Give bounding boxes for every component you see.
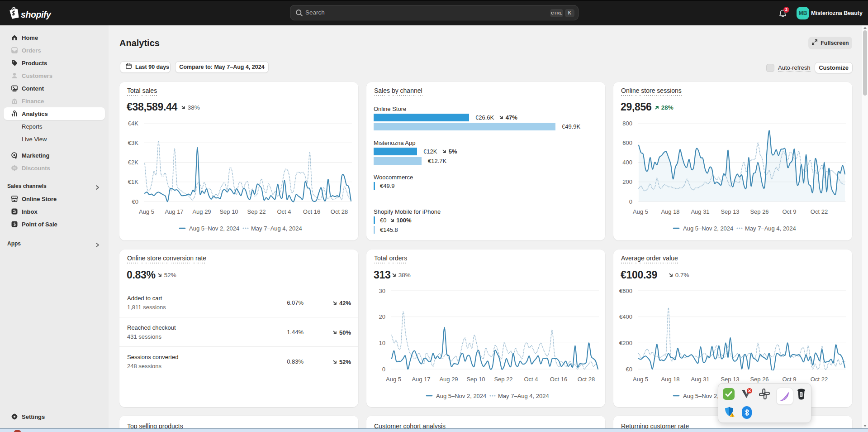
svg-text:€3K: €3K: [128, 139, 138, 146]
svg-text:Aug 29: Aug 29: [439, 376, 458, 383]
svg-text:€400: €400: [619, 313, 632, 320]
svg-text:Aug 31: Aug 31: [691, 376, 709, 383]
svg-text:Aug 18: Aug 18: [661, 208, 679, 215]
svg-text:Oct 9: Oct 9: [782, 376, 796, 383]
svg-text:Sep 26: Sep 26: [750, 208, 768, 215]
svg-text:Aug 17: Aug 17: [412, 376, 430, 383]
svg-text:Aug 5: Aug 5: [139, 208, 154, 215]
svg-text:Aug 17: Aug 17: [165, 208, 183, 215]
svg-text:400: 400: [622, 159, 632, 166]
svg-text:May 7–Aug 4, 2024: May 7–Aug 4, 2024: [745, 225, 796, 232]
svg-text:Oct 28: Oct 28: [578, 376, 595, 383]
svg-text:€200: €200: [619, 340, 632, 346]
svg-text:600: 600: [622, 139, 632, 146]
svg-text:Sep 26: Sep 26: [750, 376, 768, 383]
svg-text:€1K: €1K: [128, 178, 138, 185]
svg-text:Oct 16: Oct 16: [303, 208, 320, 215]
svg-text:30: 30: [379, 288, 385, 294]
svg-text:Oct 28: Oct 28: [331, 208, 348, 215]
svg-text:Oct 9: Oct 9: [782, 208, 796, 215]
svg-text:Aug 31: Aug 31: [691, 208, 709, 215]
svg-text:800: 800: [622, 120, 632, 127]
svg-text:€2K: €2K: [128, 159, 138, 166]
svg-text:10: 10: [379, 340, 385, 346]
svg-text:0: 0: [382, 366, 385, 373]
svg-text:Oct 22: Oct 22: [811, 208, 828, 215]
svg-text:Sep 13: Sep 13: [721, 376, 739, 383]
svg-text:€4K: €4K: [128, 120, 138, 127]
svg-text:20: 20: [379, 313, 385, 320]
svg-text:May 7–Aug 4, 2024: May 7–Aug 4, 2024: [251, 225, 302, 232]
svg-text:Sep 10: Sep 10: [219, 208, 238, 215]
svg-text:€0: €0: [626, 366, 632, 373]
svg-text:Aug 18: Aug 18: [661, 376, 679, 383]
svg-text:Aug 5: Aug 5: [633, 376, 648, 383]
svg-text:Sep 22: Sep 22: [494, 376, 512, 383]
svg-text:Aug 5: Aug 5: [633, 208, 648, 215]
svg-text:Aug 5–Nov 2, 2024: Aug 5–Nov 2, 2024: [189, 225, 239, 232]
svg-text:Aug 5: Aug 5: [386, 376, 401, 383]
svg-text:Aug 29: Aug 29: [192, 208, 211, 215]
svg-text:€600: €600: [619, 288, 632, 294]
svg-text:May 7–Aug 4, 2024: May 7–Aug 4, 2024: [498, 393, 549, 399]
svg-text:0: 0: [629, 198, 632, 205]
svg-text:200: 200: [622, 178, 632, 185]
svg-text:Oct 4: Oct 4: [524, 376, 538, 383]
svg-text:Sep 13: Sep 13: [721, 208, 739, 215]
svg-text:Oct 4: Oct 4: [277, 208, 291, 215]
svg-text:Oct 22: Oct 22: [811, 376, 828, 383]
svg-text:Sep 10: Sep 10: [466, 376, 485, 383]
svg-text:Aug 5–Nov 2, 2024: Aug 5–Nov 2, 2024: [683, 225, 733, 232]
svg-text:Oct 16: Oct 16: [550, 376, 567, 383]
svg-text:€0: €0: [132, 198, 138, 205]
svg-text:Aug 5–Nov 2, 2024: Aug 5–Nov 2, 2024: [436, 393, 486, 399]
svg-text:Sep 22: Sep 22: [247, 208, 266, 215]
